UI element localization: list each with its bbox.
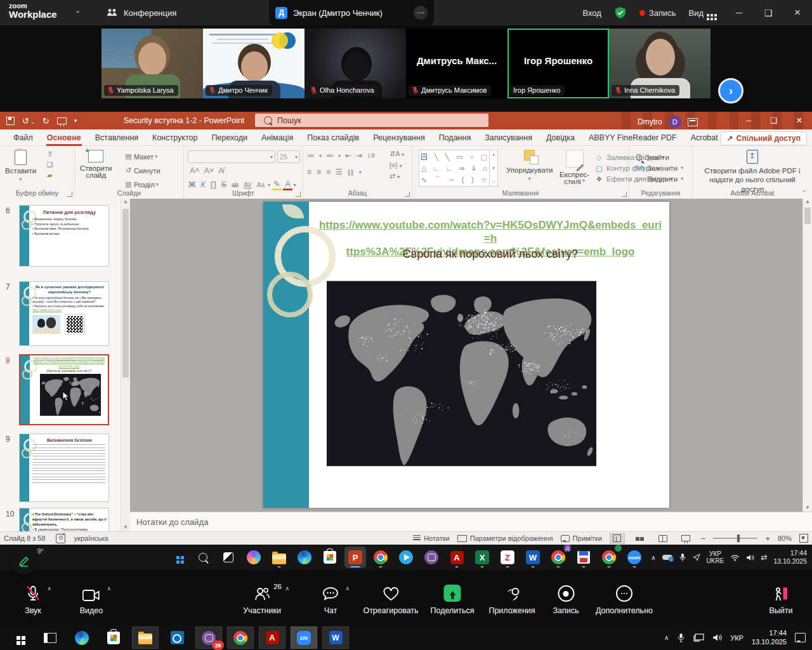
change-case-icon[interactable]: Aa (255, 182, 266, 189)
tab-transitions[interactable]: Переходи (204, 129, 254, 146)
tab-acrobat[interactable]: Acrobat (684, 129, 725, 146)
clear-format-icon[interactable]: A̸ (216, 166, 225, 175)
restore-button[interactable]: ❑ (754, 0, 783, 25)
align-right-icon[interactable]: ≡ (326, 168, 331, 176)
indent-icon[interactable]: ⇥ (356, 151, 362, 160)
tray-mic-icon[interactable] (679, 553, 686, 562)
host-clock[interactable]: 17:4413.10.2025 (752, 629, 787, 646)
wifi-icon[interactable] (730, 554, 740, 561)
tab-design[interactable]: Конструктор (145, 129, 204, 146)
scrollbar-thumb[interactable] (122, 209, 129, 378)
create-pdf-button[interactable]: Створити файл Adobe PDF і надати до ньог… (699, 150, 806, 194)
taskbar-icon-edge10[interactable] (69, 627, 95, 649)
italic-button[interactable]: К (199, 180, 207, 189)
customize-quick-access-icon[interactable]: ▾ (74, 117, 77, 124)
arrange-button[interactable]: Упорядкувати▾ (506, 150, 553, 182)
more-button[interactable]: Дополнительно (596, 584, 653, 615)
taskbar-icon-word[interactable]: W (522, 547, 544, 568)
tab-file[interactable]: Файл (6, 129, 40, 146)
taskbar-icon-explorer10[interactable] (132, 627, 159, 649)
paragraph-dialog-launcher[interactable] (405, 192, 410, 197)
shrink-font-icon[interactable]: A˅ (202, 166, 216, 175)
minimize-button[interactable]: ─ (724, 0, 754, 25)
character-spacing-icon[interactable]: AV (242, 182, 254, 189)
account-area[interactable]: Dmytro D (638, 116, 698, 128)
clipboard-dialog-launcher[interactable] (67, 192, 72, 197)
tray-location-icon[interactable] (693, 554, 700, 561)
taskbar-icon-zoom[interactable]: zoom (624, 547, 645, 568)
taskbar-icon-telegram[interactable] (395, 547, 417, 568)
participants-options-chevron[interactable]: ∧ (285, 585, 289, 592)
thumbnails-scrollbar[interactable]: ▲▼ (121, 199, 130, 531)
paste-button[interactable]: Вставити▾ (5, 150, 36, 182)
taskbar-icon-chrome10[interactable] (227, 627, 254, 649)
outdent-icon[interactable]: ⇤ (345, 151, 351, 160)
video-button[interactable]: ∧ Видео (80, 584, 103, 615)
tab-more-icon[interactable]: ⋯ (414, 6, 428, 20)
redo-icon[interactable]: ↻ (43, 116, 49, 126)
taskbar-icon-store10[interactable] (100, 627, 127, 649)
collapse-ribbon-icon[interactable]: ⌃ (802, 189, 807, 196)
tray-expand-icon[interactable]: ∧ (651, 554, 655, 561)
host-tray-expand-icon[interactable]: ∧ (664, 634, 669, 641)
chat-button[interactable]: ∧ Чат (322, 584, 339, 615)
normal-view-button[interactable] (610, 533, 625, 544)
thumbnail-slide-10[interactable]: • The Oxford Dictionary” – “стан або від… (19, 508, 109, 531)
taskbar-icon-start-win11[interactable] (167, 547, 188, 568)
slide-8[interactable]: https://www.youtube.com/watch?v=HK5OsDWY… (263, 202, 669, 508)
comments-button[interactable]: Примітки (561, 534, 602, 542)
avatar[interactable]: D (669, 116, 681, 128)
taskbar-icon-chrome[interactable] (370, 547, 391, 568)
section-button[interactable]: ▥Розділ▾ (124, 179, 160, 190)
taskbar-icon-explorer[interactable] (268, 547, 290, 568)
slideshow-view-button[interactable] (678, 533, 693, 544)
quick-styles-button[interactable]: Експрес-стилі▾ (560, 150, 589, 185)
canvas-scrollbar-thumb[interactable] (804, 208, 811, 224)
taskbar-icon-acrobat[interactable]: A (446, 547, 468, 568)
copy-icon[interactable]: ❏ (46, 161, 54, 169)
find-button[interactable]: Знайти (636, 154, 683, 161)
view-button[interactable]: Вид (688, 8, 718, 18)
font-name-select[interactable]: ▾ (188, 150, 275, 163)
zoom-in-button[interactable]: + (765, 534, 770, 543)
ppt-close-button[interactable]: × (787, 112, 812, 129)
annotation-pencil-button[interactable] (10, 547, 37, 574)
reactions-button[interactable]: Отреагировать (363, 584, 418, 615)
bold-button[interactable]: Ж (187, 180, 197, 189)
slide-map-image[interactable] (327, 281, 596, 467)
align-left-icon[interactable]: ≡ (307, 168, 311, 176)
canvas-scrollbar[interactable]: ▲▼ (802, 199, 812, 512)
thumbnail-slide-8-selected[interactable]: https://www.youtube.com/watch?v=HK5OsDWY… (19, 354, 109, 425)
taskbar-icon-zotero[interactable]: Z (497, 547, 518, 568)
signin-button[interactable]: Вход (582, 8, 601, 18)
taskbar-icon-excel[interactable]: X (471, 547, 493, 568)
smartart-convert-icon[interactable]: ⇄ ▾ (390, 172, 404, 180)
new-slide-button[interactable]: + Створитислайд (80, 150, 112, 179)
tab-abbyy[interactable]: ABBYY FineReader PDF (582, 129, 684, 146)
replace-button[interactable]: ↻bЗамінити▾ (636, 164, 683, 172)
speaker-icon[interactable] (746, 554, 754, 561)
video-tile-yampolska[interactable]: Yampolska Larysa (102, 29, 203, 98)
zoom-slider[interactable] (713, 538, 757, 539)
language-indicator[interactable]: українська (74, 534, 108, 542)
host-speaker-icon[interactable] (712, 633, 722, 642)
sync-icon[interactable]: ⇄ (761, 553, 767, 562)
save-icon[interactable] (6, 117, 15, 125)
host-language-indicator[interactable]: УКР (730, 634, 743, 642)
taskbar-icon-taskview10[interactable] (37, 627, 63, 649)
display-settings-button[interactable]: Параметри відображення (457, 534, 553, 542)
ribbon-display-options-icon[interactable] (688, 118, 698, 126)
record-button[interactable]: Запись (553, 584, 579, 615)
tab-conference[interactable]: Конференция (96, 0, 187, 25)
slide-sorter-view-button[interactable] (632, 533, 648, 544)
drawing-dialog-launcher[interactable] (622, 192, 627, 197)
shapes-scroll[interactable]: ▴▾▿ (490, 150, 498, 187)
audio-options-chevron[interactable]: ∧ (47, 585, 51, 592)
notes-toggle-button[interactable]: Нотатки (413, 534, 450, 542)
notes-pane[interactable]: Нотатки до слайда (130, 512, 812, 531)
zoom-out-button[interactable]: − (701, 534, 706, 543)
tab-home[interactable]: Основне (40, 129, 88, 146)
strikethrough-button[interactable]: S (219, 180, 228, 189)
thumbnail-slide-7[interactable]: Як в сучасних умовах досліджувати європе… (19, 281, 109, 346)
apps-button[interactable]: Приложения (488, 584, 535, 615)
